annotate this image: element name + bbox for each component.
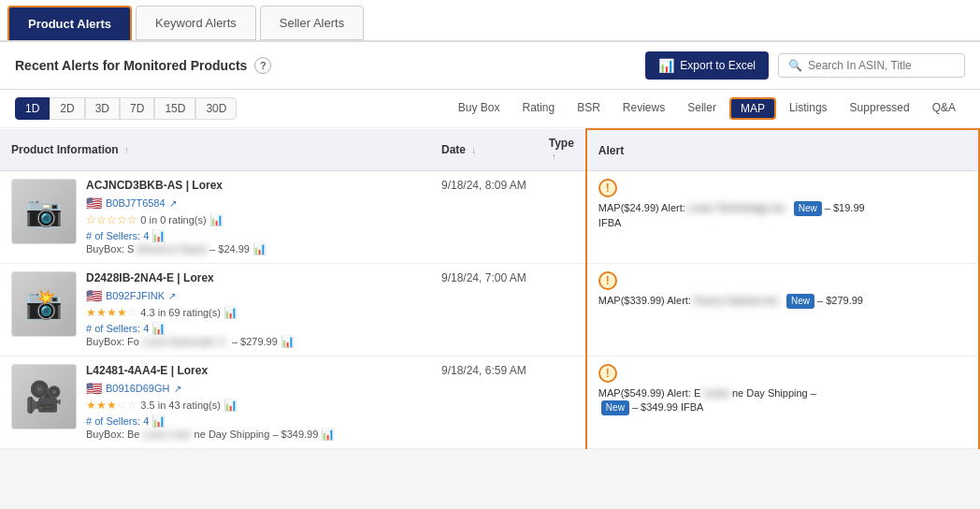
- date-sort-icon[interactable]: ↓: [471, 145, 476, 155]
- buybox-text-3: BuyBox: Be: [86, 429, 139, 440]
- product-name-1: ACJNCD3BKB-AS | Lorex: [86, 179, 419, 192]
- date-cell-3: 9/18/24, 6:59 AM: [430, 356, 538, 449]
- alert-warning-icon-1: !: [598, 179, 617, 197]
- alert-warning-icon-2: !: [598, 271, 617, 290]
- table-row: 📷 ACJNCD3BKB-AS | Lorex 🇺🇸 B0BJ7T6584 ↗ …: [0, 171, 979, 264]
- rating-text-1: 0 in 0 rating(s): [140, 214, 206, 225]
- chart-icon-1: 📊: [209, 213, 223, 226]
- search-box: 🔍: [778, 53, 965, 78]
- product-cell-2: 📸 D2428IB-2NA4-E | Lorex 🇺🇸 B092FJFINK ↗…: [0, 264, 430, 356]
- tab-keyword-alerts[interactable]: Keyword Alerts: [136, 6, 256, 40]
- alert-price-new-3: – $349.99 IFBA: [632, 401, 703, 413]
- tab-listings[interactable]: Listings: [780, 97, 837, 120]
- tab-map[interactable]: MAP: [729, 97, 776, 120]
- sellers-count-2: 4: [143, 323, 149, 334]
- product-rating-3: ★★★☆☆ 3.5 in 43 rating(s) 📊: [86, 399, 419, 412]
- product-details-2: D2428IB-2NA4-E | Lorex 🇺🇸 B092FJFINK ↗ ★…: [86, 271, 419, 348]
- date-cell-2: 9/18/24, 7:00 AM: [430, 264, 538, 356]
- alert-price-2: MAP($339.99) Alert:: [598, 295, 691, 306]
- tab-seller-alerts[interactable]: Seller Alerts: [260, 6, 364, 40]
- col-header-date: Date ↓: [430, 129, 538, 171]
- product-cell-1: 📷 ACJNCD3BKB-AS | Lorex 🇺🇸 B0BJ7T6584 ↗ …: [0, 171, 430, 264]
- stars-1: ☆☆☆☆☆: [86, 213, 137, 226]
- tab-buy-box[interactable]: Buy Box: [449, 97, 510, 120]
- product-asin-2: 🇺🇸 B092FJFINK ↗: [86, 288, 419, 303]
- alert-text-2: MAP($339.99) Alert: Focus Camera Inc. Ne…: [598, 294, 967, 309]
- type-header-label: Type: [549, 137, 574, 150]
- tab-reviews[interactable]: Reviews: [613, 97, 674, 120]
- buybox-extra-3: ne Day Shipping: [195, 429, 270, 440]
- buybox-chart-icon-1: 📊: [252, 242, 267, 255]
- alert-seller-blurred-3: Lorex: [703, 387, 729, 399]
- products-table: Product Information ↑ Date ↓ Type ↑ Aler…: [0, 128, 980, 449]
- alert-text-1: MAP($24.99) Alert: Lorex Technology Inc.…: [598, 201, 967, 230]
- chart-icon-3: 📊: [223, 399, 238, 412]
- external-link-icon-3[interactable]: ↗: [174, 384, 181, 394]
- period-2d[interactable]: 2D: [50, 97, 84, 120]
- buybox-info-3: BuyBox: Be Lorex 1am ne Day Shipping – $…: [86, 428, 419, 441]
- asin-link-1[interactable]: B0BJ7T6584: [106, 197, 166, 209]
- sellers-info-3: # of Sellers: 4 📊: [86, 414, 419, 428]
- product-image-3: 🎥: [11, 364, 77, 429]
- period-7d[interactable]: 7D: [120, 97, 154, 120]
- buybox-price-3: – $349.99: [272, 429, 318, 440]
- product-asin-1: 🇺🇸 B0BJ7T6584 ↗: [86, 196, 419, 211]
- star-empty-3: ☆☆: [117, 399, 137, 412]
- tab-suppressed[interactable]: Suppressed: [841, 97, 919, 120]
- product-asin-3: 🇺🇸 B0916D69GH ↗: [86, 381, 419, 396]
- sellers-count-1: 4: [143, 230, 149, 241]
- alert-seller-blurred-1: Lorex Technology Inc.: [688, 202, 788, 213]
- asin-link-3[interactable]: B0916D69GH: [106, 383, 170, 394]
- alert-price-new-2: – $279.99: [817, 295, 863, 306]
- stars-2: ★★★★: [86, 306, 127, 319]
- alert-extra-text-3: ne Day Shipping –: [732, 387, 816, 399]
- tab-rating[interactable]: Rating: [512, 97, 564, 120]
- toolbar: Recent Alerts for Monitored Products ? 📊…: [0, 42, 980, 90]
- product-sort-icon[interactable]: ↑: [124, 145, 129, 155]
- tab-bsr[interactable]: BSR: [568, 97, 610, 120]
- help-icon[interactable]: ?: [254, 57, 271, 74]
- tab-seller[interactable]: Seller: [678, 97, 726, 120]
- sellers-chart-icon-1: 📊: [151, 229, 166, 242]
- buybox-chart-icon-3: 📊: [321, 428, 335, 441]
- period-1d[interactable]: 1D: [15, 97, 50, 120]
- excel-icon: 📊: [658, 58, 674, 73]
- col-header-type: Type ↑: [538, 129, 586, 171]
- alert-cell-2: ! MAP($339.99) Alert: Focus Camera Inc. …: [586, 264, 979, 356]
- sellers-count-3: 4: [143, 415, 149, 427]
- sellers-info-2: # of Sellers: 4 📊: [86, 322, 419, 335]
- external-link-icon-2[interactable]: ↗: [168, 291, 176, 301]
- buybox-chart-icon-2: 📊: [281, 335, 295, 348]
- buybox-blurred-1: Advance Depot: [137, 243, 207, 254]
- buybox-price-1: – $24.99: [209, 243, 250, 254]
- tab-bar: Product Alerts Keyword Alerts Seller Ale…: [0, 0, 980, 42]
- flag-icon-2: 🇺🇸: [86, 288, 102, 303]
- alert-cell-1: ! MAP($24.99) Alert: Lorex Technology In…: [586, 171, 979, 264]
- product-cell-3: 🎥 L42481-4AA4-E | Lorex 🇺🇸 B0916D69GH ↗ …: [0, 356, 430, 449]
- stars-3: ★★★: [86, 399, 117, 412]
- alert-cell-3: ! MAP($549.99) Alert: E Lorex ne Day Shi…: [586, 356, 979, 449]
- period-30d[interactable]: 30D: [195, 97, 237, 120]
- search-input[interactable]: [808, 59, 955, 72]
- table-row: 📸 D2428IB-2NA4-E | Lorex 🇺🇸 B092FJFINK ↗…: [0, 264, 979, 356]
- period-15d[interactable]: 15D: [154, 97, 195, 120]
- export-to-excel-button[interactable]: 📊 Export to Excel: [645, 51, 769, 80]
- alert-price-new-1: – $19.99: [825, 202, 865, 213]
- buybox-blurred-3: Lorex 1am: [143, 429, 192, 440]
- sellers-chart-icon-3: 📊: [151, 414, 166, 428]
- export-label: Export to Excel: [680, 59, 756, 72]
- product-rating-1: ☆☆☆☆☆ 0 in 0 rating(s) 📊: [86, 213, 419, 226]
- period-3d[interactable]: 3D: [85, 97, 120, 120]
- buybox-blurred-2: Lorex Automatic C.: [142, 336, 229, 347]
- type-sort-icon[interactable]: ↑: [552, 152, 556, 162]
- type-cell-3: [538, 356, 586, 449]
- alert-text-3: MAP($549.99) Alert: E Lorex ne Day Shipp…: [598, 386, 967, 415]
- alert-extra-1: IFBA: [598, 217, 621, 228]
- date-cell-1: 9/18/24, 8:09 AM: [430, 171, 538, 264]
- tab-qa[interactable]: Q&A: [923, 97, 965, 120]
- buybox-price-2: – $279.99: [232, 336, 278, 347]
- external-link-icon-1[interactable]: ↗: [169, 198, 177, 209]
- asin-link-2[interactable]: B092FJFINK: [106, 290, 165, 301]
- tab-product-alerts[interactable]: Product Alerts: [7, 6, 132, 40]
- alert-header-label: Alert: [598, 144, 624, 157]
